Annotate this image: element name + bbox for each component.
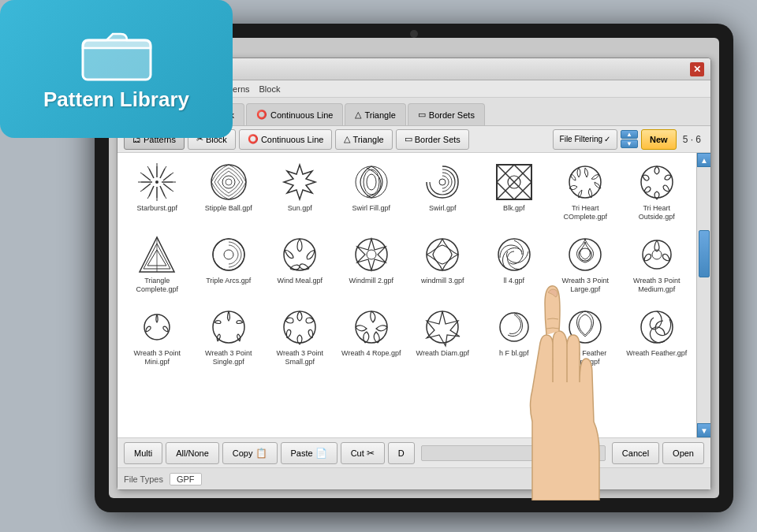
pattern-item[interactable]: Triple Arcs.gpf xyxy=(194,230,264,301)
pattern-item[interactable]: Windmill 2.gpf xyxy=(337,230,407,301)
file-filter-button[interactable]: File Filtering ✓ xyxy=(553,129,617,150)
cancel-button[interactable]: Cancel xyxy=(612,442,659,464)
tab-continuous-label: Continuous Line xyxy=(270,110,334,120)
svg-point-30 xyxy=(364,169,379,195)
pattern-svg xyxy=(494,162,535,203)
pattern-item[interactable]: windmill 3.gpf xyxy=(408,230,478,301)
pattern-svg xyxy=(136,307,177,348)
multi-label: Multi xyxy=(134,448,152,458)
close-button[interactable]: ✕ xyxy=(690,62,704,76)
action-triangle-label: Triangle xyxy=(352,135,383,144)
svg-line-15 xyxy=(160,169,165,178)
pattern-item[interactable]: Wreath 3 Point Mini.gpf xyxy=(122,303,192,374)
action-border-label: Border Sets xyxy=(415,135,461,144)
pattern-name: h F bl.gpf xyxy=(499,349,529,358)
file-types-bar: File Types GPF xyxy=(117,467,710,489)
copy-label: Copy xyxy=(233,448,253,458)
pattern-svg xyxy=(351,162,392,203)
action-triangle-icon: △ xyxy=(344,134,350,144)
bottom-bar: Multi All/None Copy 📋 Paste 📄 Cut ✂ xyxy=(117,437,710,467)
pattern-item[interactable]: ll 4.gpf xyxy=(479,230,550,301)
pattern-item[interactable]: Wreath Feather.gpf xyxy=(622,303,692,374)
svg-line-3 xyxy=(165,166,166,169)
svg-line-10 xyxy=(140,190,143,192)
pattern-item[interactable]: Tri Heart COmplete.gpf xyxy=(550,158,621,229)
copy-button[interactable]: Copy 📋 xyxy=(222,442,278,464)
action-continuous-btn[interactable]: ⭕ Continuous Line xyxy=(239,129,333,150)
pattern-item[interactable]: Wreath 3 Point Large.gpf xyxy=(550,230,621,301)
svg-line-6 xyxy=(171,190,173,192)
pattern-name: Wreath 4 Rope.gpf xyxy=(341,349,401,358)
action-continuous-icon: ⭕ xyxy=(248,134,259,144)
pattern-name: Tri Heart COmplete.gpf xyxy=(553,204,618,221)
pattern-item[interactable]: Wreath 3 Point Single.gpf xyxy=(194,303,264,374)
nav-down-button[interactable]: ▼ xyxy=(621,140,638,148)
file-types-label: File Types xyxy=(124,474,163,484)
scroll-down-button[interactable]: ▼ xyxy=(697,423,710,437)
pattern-name: Wreath 3 Point Medium.gpf xyxy=(625,277,690,294)
scroll-up-button[interactable]: ▲ xyxy=(697,153,710,167)
nav-up-button[interactable]: ▲ xyxy=(621,130,638,139)
pattern-name: Windmill 2.gpf xyxy=(349,277,393,285)
pattern-item[interactable]: Wind Meal.gpf xyxy=(265,230,335,301)
pattern-item[interactable]: Wreath 3 Point Small.gpf xyxy=(265,303,335,374)
pattern-item[interactable]: Triangle Complete.gpf xyxy=(122,230,192,301)
svg-line-21 xyxy=(149,186,154,196)
action-triangle-btn[interactable]: △ Triangle xyxy=(335,129,392,150)
action-border-btn[interactable]: ▭ Border Sets xyxy=(396,129,469,150)
svg-point-27 xyxy=(222,176,235,188)
cancel-label: Cancel xyxy=(622,448,649,458)
pattern-item[interactable]: Starburst.gpf xyxy=(122,158,192,229)
badge-title: Pattern Library xyxy=(43,87,189,112)
pattern-svg xyxy=(422,162,463,203)
menu-block[interactable]: Block xyxy=(259,84,281,94)
all-none-label: All/None xyxy=(176,448,209,458)
svg-point-31 xyxy=(367,174,376,190)
pattern-name: Wreath 3 Point Mini.gpf xyxy=(125,349,190,366)
all-none-button[interactable]: All/None xyxy=(166,442,219,464)
pattern-svg xyxy=(351,234,392,275)
svg-point-44 xyxy=(356,239,387,270)
new-button[interactable]: New xyxy=(641,129,677,150)
svg-point-35 xyxy=(569,166,601,198)
scroll-thumb[interactable] xyxy=(699,230,710,277)
pattern-svg xyxy=(422,234,463,275)
svg-line-19 xyxy=(160,186,165,196)
svg-line-22 xyxy=(143,184,151,190)
tab-continuous[interactable]: ⭕ Continuous Line xyxy=(246,103,344,125)
paste-button[interactable]: Paste 📄 xyxy=(281,442,337,464)
pattern-item[interactable]: Blk.gpf xyxy=(479,158,550,229)
multi-button[interactable]: Multi xyxy=(124,442,162,464)
pattern-item[interactable]: h F bl.gpf xyxy=(479,303,550,374)
pattern-item[interactable]: Wreath Diam.gpf xyxy=(408,303,478,374)
svg-point-45 xyxy=(367,250,376,259)
d-button[interactable]: D xyxy=(388,442,415,464)
pattern-item[interactable]: Swirl.gpf xyxy=(408,158,478,229)
pattern-svg xyxy=(208,162,249,203)
tab-triangle[interactable]: △ Triangle xyxy=(345,103,405,125)
pattern-svg xyxy=(136,234,177,275)
pattern-svg xyxy=(279,307,320,348)
pattern-item[interactable]: Sun.gpf xyxy=(265,158,335,229)
cut-button[interactable]: Cut ✂ xyxy=(341,442,385,464)
svg-line-7 xyxy=(165,196,166,199)
svg-point-55 xyxy=(356,311,387,343)
pattern-name: Wreath Feather.gpf xyxy=(626,349,687,358)
pattern-item[interactable]: Swirl Fill.gpf xyxy=(337,158,407,229)
scrollbar[interactable]: ▲ ▼ xyxy=(696,153,710,437)
pattern-item[interactable]: reath Feather Rope.gpf xyxy=(550,303,621,374)
svg-point-54 xyxy=(284,311,315,343)
pattern-name: Sun.gpf xyxy=(288,204,312,213)
pattern-name: Swirl Fill.gpf xyxy=(352,204,390,213)
pattern-name: ll 4.gpf xyxy=(503,277,524,285)
file-filter-label: File Filtering xyxy=(560,135,602,143)
pattern-item[interactable]: Stipple Ball.gpf xyxy=(194,158,264,229)
pattern-item[interactable]: Wreath 3 Point Medium.gpf xyxy=(622,230,692,301)
pattern-item[interactable]: Tri Heart Outside.gpf xyxy=(622,158,692,229)
tab-border-sets[interactable]: ▭ Border Sets xyxy=(408,103,485,125)
pattern-name: Blk.gpf xyxy=(503,204,525,213)
pattern-name: Triple Arcs.gpf xyxy=(206,277,251,285)
open-button[interactable]: Open xyxy=(662,442,704,464)
pattern-item[interactable]: Wreath 4 Rope.gpf xyxy=(337,303,407,374)
svg-line-9 xyxy=(147,196,149,199)
